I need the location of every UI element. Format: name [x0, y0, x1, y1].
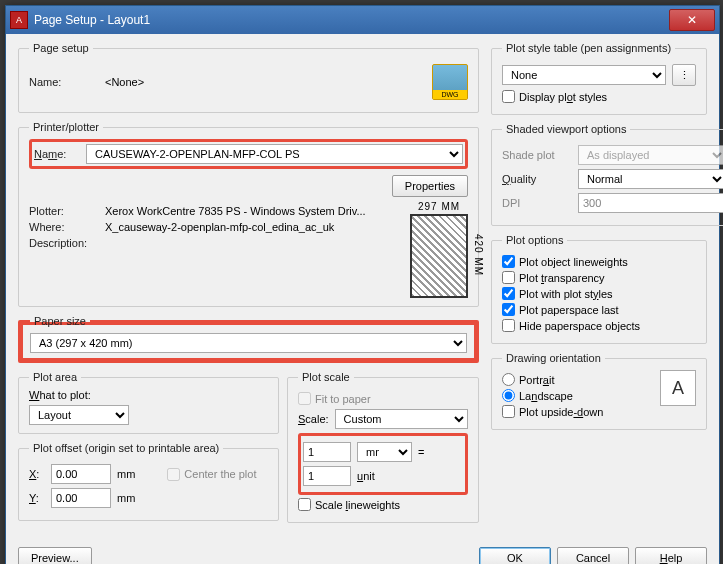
shade-plot-label: Shade plot — [502, 149, 572, 161]
landscape-radio[interactable]: Landscape — [502, 389, 652, 402]
dwg-icon — [432, 64, 468, 100]
window-title: Page Setup - Layout1 — [34, 13, 669, 27]
scale-label: Scale: — [298, 413, 329, 425]
paper-width: 297 MM — [418, 201, 460, 212]
quality-label: Quality — [502, 173, 572, 185]
paper-preview: 297 MM 420 MM — [410, 201, 468, 298]
plot-style-select[interactable]: None — [502, 65, 666, 85]
plot-scale-legend: Plot scale — [298, 371, 354, 383]
shade-plot-select: As displayed — [578, 145, 723, 165]
page-setup-dialog: A Page Setup - Layout1 ✕ Page setup Name… — [5, 5, 720, 564]
where-value: X_causeway-2-openplan-mfp-col_edina_ac_u… — [105, 221, 334, 233]
offset-x-label: X: — [29, 468, 45, 480]
page-setup-group: Page setup Name: <None> — [18, 42, 479, 113]
plotter-label: Plotter: — [29, 205, 99, 217]
plot-style-legend: Plot style table (pen assignments) — [502, 42, 675, 54]
scale-select[interactable]: Custom — [335, 409, 468, 429]
scale-den-unit: unit — [357, 470, 375, 482]
scale-den-input[interactable] — [303, 466, 351, 486]
plot-style-group: Plot style table (pen assignments) None … — [491, 42, 707, 115]
help-button[interactable]: Help — [635, 547, 707, 564]
pagesetup-name-value: <None> — [105, 76, 426, 88]
scale-num-input[interactable] — [303, 442, 351, 462]
scale-num-unit[interactable]: mm — [357, 442, 412, 462]
ok-button[interactable]: OK — [479, 547, 551, 564]
quality-select[interactable]: Normal — [578, 169, 723, 189]
opt-lineweights[interactable]: Plot object lineweights — [502, 255, 696, 268]
upside-check[interactable]: Plot upside-down — [502, 405, 652, 418]
scale-lineweights-check[interactable]: Scale lineweights — [298, 498, 468, 511]
center-plot-check: Center the plot — [167, 468, 256, 481]
offset-x-unit: mm — [117, 468, 135, 480]
orientation-icon: A — [660, 370, 696, 406]
plotter-value: Xerox WorkCentre 7835 PS - Windows Syste… — [105, 205, 366, 217]
orientation-legend: Drawing orientation — [502, 352, 605, 364]
fit-to-paper-check: Fit to paper — [298, 392, 468, 405]
footer: Preview... OK Cancel Help — [6, 541, 719, 564]
portrait-radio[interactable]: Portrait — [502, 373, 652, 386]
desc-label: Description: — [29, 237, 99, 249]
pagesetup-name-label: Name: — [29, 76, 99, 88]
opt-paperspace-last[interactable]: Plot paperspace last — [502, 303, 696, 316]
paper-height: 420 MM — [473, 234, 484, 276]
plot-options-legend: Plot options — [502, 234, 567, 246]
shaded-legend: Shaded viewport options — [502, 123, 630, 135]
printer-legend: Printer/plotter — [29, 121, 103, 133]
app-icon: A — [10, 11, 28, 29]
paper-size-legend: Paper size — [30, 315, 90, 327]
paper-size-select[interactable]: A3 (297 x 420 mm) — [30, 333, 467, 353]
plot-area-legend: Plot area — [29, 371, 81, 383]
printer-name-select[interactable]: CAUSEWAY-2-OPENPLAN-MFP-COL PS — [86, 144, 463, 164]
titlebar: A Page Setup - Layout1 ✕ — [6, 6, 719, 34]
offset-y-label: Y: — [29, 492, 45, 504]
offset-y-unit: mm — [117, 492, 135, 504]
orientation-group: Drawing orientation Portrait Landscape P… — [491, 352, 707, 430]
offset-y-input[interactable] — [51, 488, 111, 508]
plot-offset-legend: Plot offset (origin set to printable are… — [29, 442, 223, 454]
opt-plot-styles[interactable]: Plot with plot styles — [502, 287, 696, 300]
where-label: Where: — [29, 221, 99, 233]
close-button[interactable]: ✕ — [669, 9, 715, 31]
display-plot-styles-check[interactable]: Display plot styles — [502, 90, 696, 103]
plot-style-edit-button[interactable]: ⋮ — [672, 64, 696, 86]
plot-offset-group: Plot offset (origin set to printable are… — [18, 442, 279, 521]
shaded-viewport-group: Shaded viewport options Shade plotAs dis… — [491, 123, 723, 226]
equals-label: = — [418, 446, 424, 458]
preview-button[interactable]: Preview... — [18, 547, 92, 564]
cancel-button[interactable]: Cancel — [557, 547, 629, 564]
opt-hide-paperspace[interactable]: Hide paperspace objects — [502, 319, 696, 332]
dpi-input — [578, 193, 723, 213]
printer-name-label: Name: — [34, 148, 80, 160]
page-setup-legend: Page setup — [29, 42, 93, 54]
dpi-label: DPI — [502, 197, 572, 209]
what-to-plot-select[interactable]: Layout — [29, 405, 129, 425]
plot-scale-group: Plot scale Fit to paper Scale: Custom mm… — [287, 371, 479, 523]
opt-transparency[interactable]: Plot transparency — [502, 271, 696, 284]
plot-area-group: Plot area What to plot: Layout — [18, 371, 279, 434]
properties-button[interactable]: Properties — [392, 175, 468, 197]
paper-size-group: Paper size A3 (297 x 420 mm) — [18, 315, 479, 363]
printer-group: Printer/plotter Name: CAUSEWAY-2-OPENPLA… — [18, 121, 479, 307]
plot-options-group: Plot options Plot object lineweights Plo… — [491, 234, 707, 344]
what-to-plot-label: What to plot: — [29, 389, 268, 401]
offset-x-input[interactable] — [51, 464, 111, 484]
